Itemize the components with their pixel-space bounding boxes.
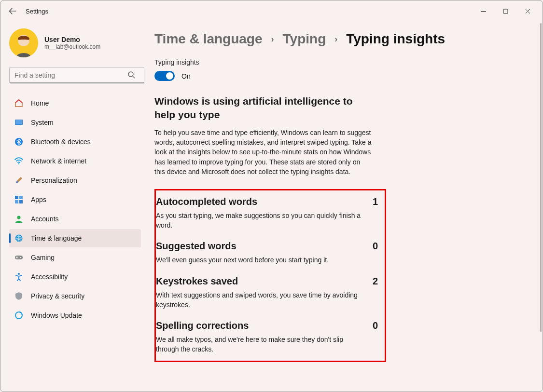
settings-window: Settings [0, 0, 543, 392]
breadcrumb-time-language[interactable]: Time & language [154, 31, 263, 47]
nav-label: Bluetooth & devices [31, 138, 91, 146]
user-text: User Demo m__lab@outlook.com [44, 36, 100, 50]
nav-label: Accounts [31, 215, 59, 223]
nav-label: Gaming [31, 254, 55, 261]
titlebar: Settings [0, 0, 543, 22]
main-content: Time & language › Typing › Typing insigh… [148, 22, 543, 392]
nav: Home System Bluetooth & devices Network … [9, 94, 141, 324]
svg-point-7 [18, 163, 19, 164]
toggle-knob [166, 72, 173, 80]
minimize-button[interactable] [472, 3, 494, 19]
nav-label: Apps [31, 196, 46, 203]
stat-value: 0 [373, 320, 378, 331]
nav-item-gaming[interactable]: Gaming [9, 248, 141, 267]
stat-autocompleted: Autocompleted words 1 As you start typin… [156, 196, 378, 230]
nav-item-personalization[interactable]: Personalization [9, 171, 141, 189]
apps-icon [14, 195, 24, 204]
home-icon [14, 98, 24, 108]
scrollbar-thumb[interactable] [540, 23, 542, 332]
close-button[interactable] [516, 3, 539, 19]
nav-item-update[interactable]: Windows Update [9, 306, 141, 324]
wifi-icon [14, 156, 24, 166]
nav-item-home[interactable]: Home [9, 94, 141, 112]
stat-desc: As you start typing, we make suggestions… [156, 211, 363, 230]
nav-label: Windows Update [31, 311, 82, 319]
nav-label: Network & internet [31, 157, 86, 165]
svg-point-15 [20, 257, 21, 258]
stat-value: 0 [373, 241, 378, 252]
toggle-state: On [181, 72, 191, 80]
nav-label: Privacy & security [31, 292, 84, 300]
chevron-right-icon: › [271, 34, 274, 44]
avatar [9, 28, 38, 57]
minimize-icon [481, 9, 486, 14]
nav-item-bluetooth[interactable]: Bluetooth & devices [9, 133, 141, 151]
typing-insights-toggle[interactable] [154, 71, 175, 81]
paintbrush-icon [14, 176, 24, 185]
system-icon [14, 118, 24, 127]
ai-description: To help you save time and type efficient… [154, 128, 372, 176]
maximize-icon [503, 9, 508, 14]
stat-title: Autocompleted words [156, 196, 257, 207]
back-button[interactable] [4, 3, 21, 19]
nav-item-accounts[interactable]: Accounts [9, 210, 141, 228]
nav-item-system[interactable]: System [9, 113, 141, 132]
user-email: m__lab@outlook.com [44, 43, 100, 50]
chevron-right-icon: › [334, 34, 337, 44]
svg-point-12 [17, 216, 21, 219]
nav-item-time-language[interactable]: Time & language [9, 229, 141, 247]
nav-item-accessibility[interactable]: Accessibility [9, 268, 141, 286]
person-icon [14, 214, 24, 224]
body: User Demo m__lab@outlook.com Home System [0, 22, 543, 392]
search-icon [127, 71, 135, 81]
nav-label: Personalization [31, 176, 77, 184]
svg-rect-9 [19, 196, 23, 199]
svg-rect-0 [503, 9, 508, 14]
arrow-left-icon [9, 7, 16, 15]
gamepad-icon [14, 253, 24, 262]
toggle-row: On [154, 71, 523, 81]
stat-keystrokes: Keystrokes saved 2 With text suggestions… [156, 276, 378, 310]
stat-desc: We all make typos, and we're here to mak… [156, 335, 363, 354]
stat-value: 1 [373, 196, 378, 207]
ai-heading: Windows is using artificial intelligence… [154, 95, 367, 122]
breadcrumb-current: Typing insights [346, 31, 445, 47]
svg-rect-5 [15, 120, 22, 124]
nav-item-network[interactable]: Network & internet [9, 152, 141, 170]
stat-desc: With text suggestions and swiped words, … [156, 291, 363, 310]
typing-insights-stats: Autocompleted words 1 As you start typin… [154, 189, 386, 362]
user-name: User Demo [44, 36, 100, 43]
stat-spelling: Spelling corrections 0 We all make typos… [156, 320, 378, 354]
svg-rect-10 [15, 200, 18, 203]
nav-item-apps[interactable]: Apps [9, 190, 141, 209]
search-wrap [9, 67, 141, 83]
nav-label: Accessibility [31, 273, 68, 281]
breadcrumb-typing[interactable]: Typing [283, 31, 326, 47]
avatar-illustration-icon [9, 28, 38, 57]
stat-title: Suggested words [156, 241, 237, 252]
stat-suggested: Suggested words 0 We'll even guess your … [156, 241, 378, 265]
stat-value: 2 [373, 276, 378, 287]
nav-item-privacy[interactable]: Privacy & security [9, 287, 141, 305]
nav-label: Time & language [31, 234, 82, 242]
stat-title: Keystrokes saved [156, 276, 238, 287]
sidebar: User Demo m__lab@outlook.com Home System [0, 22, 148, 392]
maximize-button[interactable] [494, 3, 516, 19]
globe-clock-icon [14, 233, 24, 243]
nav-label: Home [31, 99, 49, 107]
nav-label: System [31, 119, 54, 126]
window-title: Settings [26, 8, 48, 15]
window-controls [472, 3, 539, 19]
svg-rect-8 [15, 196, 18, 199]
update-icon [14, 311, 24, 320]
svg-point-3 [128, 72, 133, 77]
close-icon [525, 9, 530, 14]
search-input[interactable] [9, 67, 144, 83]
shield-icon [14, 291, 24, 301]
stat-title: Spelling corrections [156, 320, 249, 331]
stat-desc: We'll even guess your next word before y… [156, 256, 363, 265]
toggle-label: Typing insights [154, 58, 523, 66]
user-row[interactable]: User Demo m__lab@outlook.com [9, 28, 141, 57]
accessibility-icon [14, 272, 24, 282]
breadcrumb: Time & language › Typing › Typing insigh… [154, 31, 523, 47]
